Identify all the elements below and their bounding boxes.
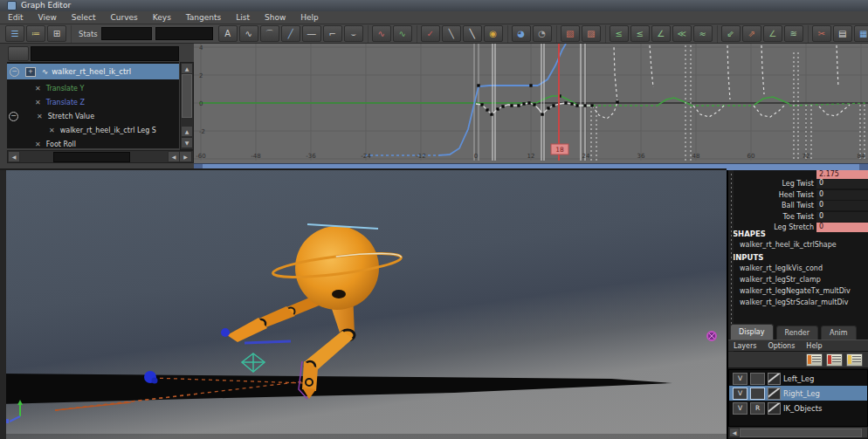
key-dot[interactable] [480, 103, 483, 106]
pole-vector-locator[interactable] [242, 353, 265, 372]
attribute-value[interactable]: 0 [816, 212, 868, 222]
key-dot[interactable] [501, 105, 504, 107]
tab-anim[interactable]: Anim [821, 326, 857, 340]
insert-key-toggle-button[interactable]: ⇙ [721, 25, 741, 42]
menu-keys[interactable]: Keys [153, 13, 171, 22]
input-node[interactable]: walker_rt_legStr_clamp [740, 276, 821, 284]
key-dot[interactable] [533, 103, 535, 106]
linear-tangent-button[interactable]: ╱ [281, 25, 300, 42]
layer-row-ik_objects[interactable]: VRIK_Objects [729, 401, 867, 415]
attribute-value[interactable]: 0 [816, 179, 868, 189]
key-dot[interactable] [570, 102, 573, 105]
scroll-right-arrow-icon[interactable]: ▶ [179, 151, 192, 162]
stats-value-field[interactable] [155, 27, 213, 40]
template-channel-button[interactable]: ▧ [561, 25, 580, 42]
scroll-left-arrow-icon-2[interactable]: ◀ [168, 151, 180, 162]
layer-row-right_leg[interactable]: VRight_Leg [729, 386, 867, 401]
edit-layer-icon[interactable] [846, 353, 863, 367]
ground-plane[interactable] [0, 374, 672, 404]
menu-list[interactable]: List [236, 13, 250, 22]
key-dot[interactable] [517, 104, 520, 106]
key-dot[interactable] [529, 84, 532, 86]
key-dot[interactable] [496, 107, 499, 110]
key-dot[interactable] [590, 104, 593, 106]
channel-row-walker-rt-heel-ik-ctrl-leg-s[interactable]: ✕walker_rt_heel_ik_ctrl Leg S [7, 123, 179, 137]
unify-tangents-button[interactable]: ╲ [442, 25, 461, 42]
menu-curves[interactable]: Curves [111, 13, 138, 22]
tab-render[interactable]: Render [776, 326, 818, 340]
key-dot[interactable] [486, 108, 488, 111]
input-node[interactable]: walker_rt_legStrScalar_multDiv [740, 298, 849, 306]
key-dot[interactable] [527, 101, 530, 104]
attribute-value[interactable]: 0 [816, 190, 868, 200]
spline-tangent-button[interactable]: ∿ [239, 25, 258, 42]
key-dot[interactable] [541, 113, 543, 115]
key-dot[interactable] [522, 102, 525, 105]
plateau-tangent-button[interactable]: ⌣ [344, 25, 363, 42]
key-dot[interactable] [564, 101, 567, 104]
break-tangents-button[interactable]: ✓ [421, 25, 440, 42]
key-dot[interactable] [547, 106, 549, 109]
key-dot[interactable] [510, 104, 513, 106]
tree-vscroll-thumb[interactable] [182, 74, 192, 118]
outliner-filter-button[interactable] [8, 46, 29, 61]
menu-show[interactable]: Show [265, 13, 286, 22]
layer-display-type-toggle[interactable] [750, 373, 765, 385]
stats-time-field[interactable] [101, 27, 152, 40]
scroll-down-arrow-icon[interactable]: ▼ [181, 137, 193, 148]
tab-display[interactable]: Display [730, 324, 774, 340]
scroll-up-arrow-icon-2[interactable]: ▲ [181, 126, 193, 137]
new-layer-from-selected-icon[interactable] [826, 353, 843, 367]
scroll-up-arrow-icon[interactable]: ▲ [181, 63, 193, 74]
lock-tangent-weight-button[interactable]: ◉ [484, 25, 503, 42]
attribute-value[interactable]: 0 [816, 201, 868, 210]
layer-visibility-toggle[interactable]: V [733, 388, 747, 400]
graph-hscroll-right-cap[interactable] [859, 164, 868, 170]
new-empty-layer-icon[interactable] [806, 353, 823, 367]
ik-handle-knee[interactable] [221, 328, 230, 337]
resample-curve-button[interactable]: ≈ [693, 25, 713, 42]
input-node[interactable]: walker_rt_legNegateTx_multDiv [740, 287, 851, 295]
menu-edit[interactable]: Edit [8, 13, 23, 22]
untemplate-channel-button[interactable]: ▨ [582, 25, 601, 42]
layer-color-swatch[interactable] [768, 373, 781, 385]
layer-menu-help[interactable]: Help [806, 342, 822, 350]
scroll-left-arrow-icon[interactable]: ◀ [8, 151, 20, 162]
post-infinity-button[interactable]: ∿ [393, 25, 412, 42]
key-dot[interactable] [477, 84, 479, 86]
pre-infinity-button[interactable]: ∿ [372, 25, 391, 42]
value-snap-button[interactable]: ◔ [533, 25, 552, 42]
layer-display-type-toggle[interactable]: R [750, 402, 765, 415]
layer-scroll-thumb[interactable] [740, 429, 862, 437]
menu-view[interactable]: View [38, 13, 56, 22]
auto-tangent-button[interactable]: A [218, 25, 238, 42]
add-key-toggle-button[interactable]: ⇗ [742, 25, 761, 42]
tree-vertical-scrollbar[interactable]: ▲ ▲ ▼ [180, 62, 194, 150]
viewport-scene[interactable] [0, 170, 727, 439]
layer-menu-options[interactable]: Options [768, 342, 795, 350]
buffer-curve-snapshot-button[interactable]: ≤ [610, 25, 629, 42]
smooth-curve-button[interactable]: ∠ [651, 25, 671, 42]
open-trax-editor-button[interactable]: ▤ [833, 25, 852, 42]
locator-magenta[interactable] [707, 332, 716, 340]
layer-color-swatch[interactable] [768, 388, 781, 400]
collapse-icon[interactable]: − [10, 67, 19, 77]
open-dope-sheet-button[interactable]: ✂ [812, 25, 831, 42]
layer-row-left_leg[interactable]: VLeft_Leg [729, 371, 867, 386]
flat-tangent-button[interactable]: ― [302, 25, 321, 42]
key-dot[interactable] [552, 104, 555, 106]
layer-color-swatch[interactable] [768, 402, 781, 415]
layer-display-type-toggle[interactable] [750, 388, 765, 400]
channel-row-translate-z[interactable]: ✕Translate Z [7, 95, 179, 109]
layer-visibility-toggle[interactable]: V [733, 402, 747, 415]
absolute-view-button[interactable]: ☰ [5, 25, 24, 42]
step-tangent-button[interactable]: ⌐ [323, 25, 342, 42]
show-results-button[interactable]: ≋ [784, 25, 803, 42]
outliner-filter-field[interactable] [31, 46, 179, 61]
clamped-tangent-button[interactable]: ⌒ [260, 25, 279, 42]
stacked-view-button[interactable]: ≔ [26, 25, 45, 42]
tree-horizontal-scrollbar[interactable]: ◀ ◀ ▶ [7, 150, 194, 163]
attribute-value[interactable]: 0 [816, 223, 868, 232]
key-dot[interactable] [575, 104, 578, 106]
time-snap-button[interactable]: ◕ [512, 25, 531, 42]
